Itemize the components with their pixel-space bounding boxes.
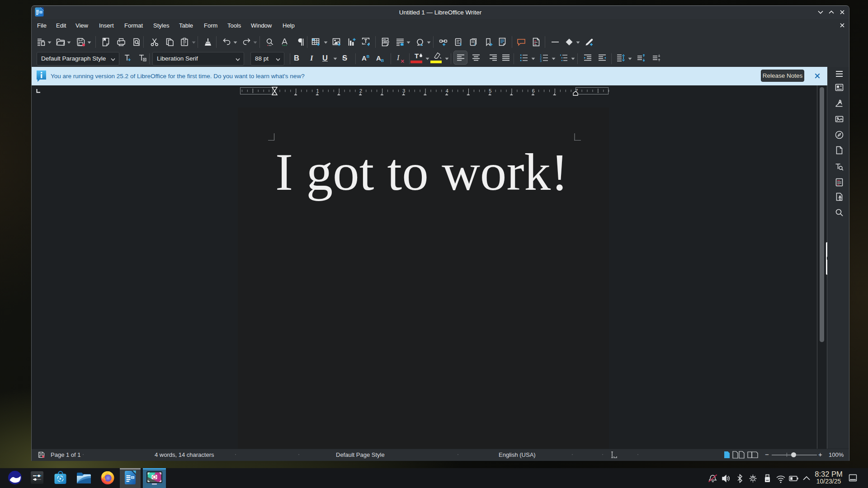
svg-text:2: 2 [359, 88, 362, 94]
svg-text:i: i [474, 42, 475, 47]
svg-text:6: 6 [532, 88, 535, 94]
svg-text:3: 3 [540, 59, 542, 62]
svg-text:1: 1 [459, 42, 462, 47]
svg-text:3: 3 [402, 88, 405, 94]
svg-text:5: 5 [489, 88, 491, 94]
svg-text:1: 1 [316, 88, 319, 94]
svg-text:4: 4 [446, 88, 448, 94]
